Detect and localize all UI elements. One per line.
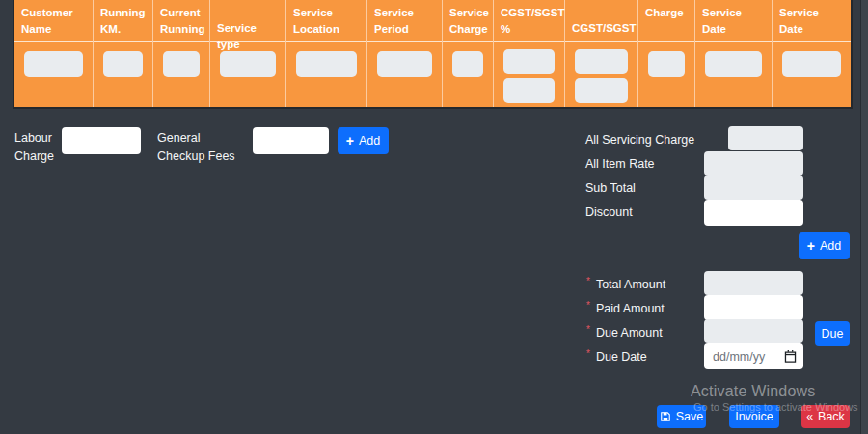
col-header-cgst-sgst-percent: CGST/SGST % [494,0,564,42]
all-servicing-charge-label: All Servicing Charge [585,131,694,149]
column-customer-name: Customer Name [14,0,94,107]
table-input-service-date-2[interactable] [782,51,841,77]
table-input-service-location[interactable] [296,51,357,77]
discount-input[interactable] [704,200,803,226]
plus-icon: + [346,134,354,148]
col-header-service-period: Service Period [367,0,442,42]
table-input-service-charge[interactable] [452,51,483,77]
col-header-service-date-2: Service Date [773,0,851,42]
col-header-current-running: Current Running [153,0,209,42]
vertical-scrollbar[interactable] [860,0,868,434]
due-amount-input[interactable] [704,319,803,343]
back-icon: « [806,411,813,423]
col-header-service-type: Service type [210,0,285,42]
table-input-current-running[interactable] [163,51,200,77]
col-header-service-location: Service Location [286,0,366,42]
table-input-sgst-percent[interactable] [503,78,555,103]
due-button[interactable]: Due [815,321,850,346]
save-icon [660,411,671,422]
column-cgst-sgst-percent: CGST/SGST % [494,0,565,107]
all-item-rate-input[interactable] [704,151,803,176]
general-checkup-fees-input[interactable] [253,127,329,154]
column-service-date-1: Service Date [695,0,773,107]
col-header-charge: Charge [638,0,694,42]
table-input-sgst[interactable] [575,78,628,103]
column-charge: Charge [638,0,695,107]
add-summary-button-label: Add [820,240,841,253]
col-header-service-date-1: Service Date [695,0,772,42]
all-servicing-charge-input[interactable] [728,126,803,150]
column-cgst-sgst: CGST/SGST [565,0,638,107]
column-running-km: Running KM. [94,0,153,107]
col-header-customer-name: Customer Name [14,0,93,42]
sub-total-label: Sub Total [585,179,636,198]
col-header-cgst-sgst: CGST/SGST [565,0,637,42]
calendar-icon[interactable] [784,350,797,363]
back-button-label: Back [818,411,845,423]
plus-icon: + [807,239,815,253]
labour-charge-label: Labour Charge [14,129,68,166]
column-current-running: Current Running [153,0,210,107]
table-input-charge[interactable] [648,51,685,77]
service-items-table: Customer Name Running KM. Current Runnin… [13,0,853,109]
column-service-date-2: Service Date [773,0,851,107]
activate-windows-watermark: Activate Windows [691,383,815,400]
col-header-running-km: Running KM. [94,0,152,42]
add-summary-button[interactable]: + Add [799,232,850,259]
table-input-service-type[interactable] [220,51,276,77]
general-checkup-fees-label: General Checkup Fees [157,129,254,166]
due-date-label: *Due Date [586,346,647,366]
labour-charge-input[interactable] [62,127,141,154]
column-service-location: Service Location [286,0,367,107]
due-button-label: Due [822,328,844,340]
table-input-cgst-percent[interactable] [503,49,555,74]
table-input-cgst[interactable] [575,49,628,74]
all-item-rate-label: All Item Rate [585,155,655,174]
total-amount-label: *Total Amount [586,274,665,294]
column-service-period: Service Period [367,0,443,107]
col-header-service-charge: Service Charge [443,0,493,42]
add-item-button-label: Add [359,135,380,148]
due-date-placeholder: dd/mm/yy [713,350,780,364]
column-service-type: Service type [210,0,286,107]
save-button-label: Save [676,411,704,423]
due-date-input[interactable]: dd/mm/yy [704,343,803,369]
sub-total-input[interactable] [704,176,803,200]
required-marker: * [586,276,590,286]
save-button[interactable]: Save [657,405,706,428]
table-input-customer-name[interactable] [24,51,83,77]
invoice-button-label: Invoice [735,411,773,423]
required-marker: * [586,300,590,311]
add-item-button[interactable]: + Add [338,127,389,154]
discount-label: Discount [585,203,633,222]
paid-amount-input[interactable] [704,295,803,320]
table-input-running-km[interactable] [103,51,143,77]
back-button[interactable]: « Back [801,405,850,428]
invoice-button[interactable]: Invoice [729,405,779,428]
table-input-service-date-1[interactable] [705,51,762,77]
total-amount-input[interactable] [704,271,803,295]
paid-amount-label: *Paid Amount [586,298,665,318]
required-marker: * [586,324,590,335]
table-input-service-period[interactable] [377,51,432,77]
due-amount-label: *Due Amount [586,322,663,342]
required-marker: * [586,348,590,359]
column-service-charge: Service Charge [443,0,494,107]
